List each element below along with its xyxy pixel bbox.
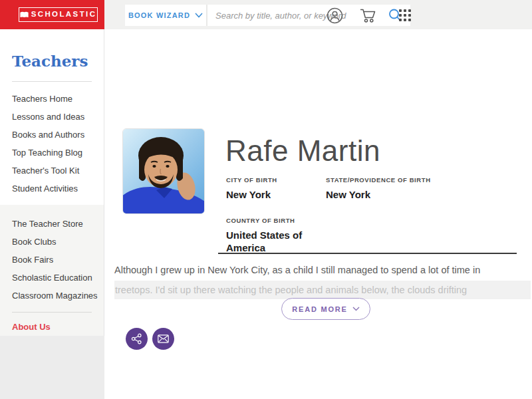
cart-button[interactable]: [359, 7, 376, 24]
sidebar-primary-section: Teachers Teachers Home Lessons and Ideas…: [0, 29, 104, 205]
chevron-down-icon: [352, 307, 360, 311]
grid-dots-icon: [399, 9, 411, 21]
field-city-of-birth: CITY OF BIRTH New York: [226, 176, 277, 201]
logo-text: SCHOLASTIC: [31, 11, 97, 19]
sidebar-item-books-and-authors[interactable]: Books and Authors: [12, 126, 98, 144]
sidebar-item-student-activities[interactable]: Student Activities: [12, 180, 98, 198]
book-wizard-dropdown[interactable]: BOOK WIZARD: [125, 5, 207, 26]
author-profile-panel: Rafe Martin CITY OF BIRTH New York STATE…: [104, 29, 532, 399]
sidebar-item-lessons-and-ideas[interactable]: Lessons and Ideas: [12, 108, 98, 126]
author-name: Rafe Martin: [225, 134, 380, 168]
sidebar-item-top-teaching-blog[interactable]: Top Teaching Blog: [12, 144, 98, 162]
share-icon: [131, 333, 142, 344]
author-bio: Although I grew up in New York City, as …: [114, 262, 531, 299]
sidebar-secondary-section: The Teacher Store Book Clubs Book Fairs …: [0, 205, 104, 336]
bio-text-line1: Although I grew up in New York City, as …: [114, 262, 531, 279]
sidebar-item-classroom-magazines[interactable]: Classroom Magazines: [12, 287, 98, 305]
sidebar-item-about-us[interactable]: About Us: [12, 318, 98, 336]
scholastic-logo[interactable]: SCHOLASTIC: [0, 0, 104, 29]
user-circle-icon: [327, 7, 343, 24]
envelope-icon: [158, 334, 169, 343]
sidebar-item-scholastic-education[interactable]: Scholastic Education: [12, 269, 98, 287]
bio-text-line2-faded: treetops. I'd sit up there watching the …: [114, 281, 531, 299]
sidebar-item-book-fairs[interactable]: Book Fairs: [12, 251, 98, 269]
share-button[interactable]: [126, 328, 148, 350]
sidebar-item-teachers-tool-kit[interactable]: Teacher's Tool Kit: [12, 162, 98, 180]
field-value: New York: [326, 188, 431, 201]
sidebar-divider: [12, 312, 92, 313]
field-label: CITY OF BIRTH: [226, 176, 277, 184]
section-divider: [218, 253, 517, 254]
social-buttons: [126, 328, 174, 350]
field-value: United States of America: [226, 229, 326, 254]
sidebar-item-teachers-home[interactable]: Teachers Home: [12, 90, 98, 108]
field-state-of-birth: STATE/PROVIDENCE OF BIRTH New York: [326, 176, 431, 201]
field-label: STATE/PROVIDENCE OF BIRTH: [326, 176, 431, 184]
search-input[interactable]: [207, 5, 380, 26]
sidebar: Teachers Teachers Home Lessons and Ideas…: [0, 29, 104, 336]
logo-box: SCHOLASTIC: [19, 7, 98, 22]
shopping-cart-icon: [359, 7, 376, 24]
field-country-of-birth: COUNTRY OF BIRTH United States of Americ…: [226, 217, 326, 254]
book-wizard-label: BOOK WIZARD: [128, 11, 190, 19]
account-button[interactable]: [326, 7, 343, 24]
sidebar-divider: [12, 81, 92, 82]
field-value: New York: [226, 188, 277, 201]
sidebar-title-teachers[interactable]: Teachers: [12, 52, 98, 70]
field-label: COUNTRY OF BIRTH: [226, 217, 326, 224]
author-portrait-image: [123, 129, 205, 214]
email-button[interactable]: [152, 328, 174, 350]
chevron-down-icon: [195, 13, 203, 18]
author-photo: [122, 128, 205, 214]
read-more-label: READ MORE: [292, 305, 347, 313]
open-book-icon: [20, 11, 29, 18]
sidebar-item-the-teacher-store[interactable]: The Teacher Store: [12, 215, 98, 233]
read-more-button[interactable]: READ MORE: [281, 298, 370, 320]
sidebar-item-book-clubs[interactable]: Book Clubs: [12, 233, 98, 251]
apps-grid-button[interactable]: [396, 7, 414, 24]
